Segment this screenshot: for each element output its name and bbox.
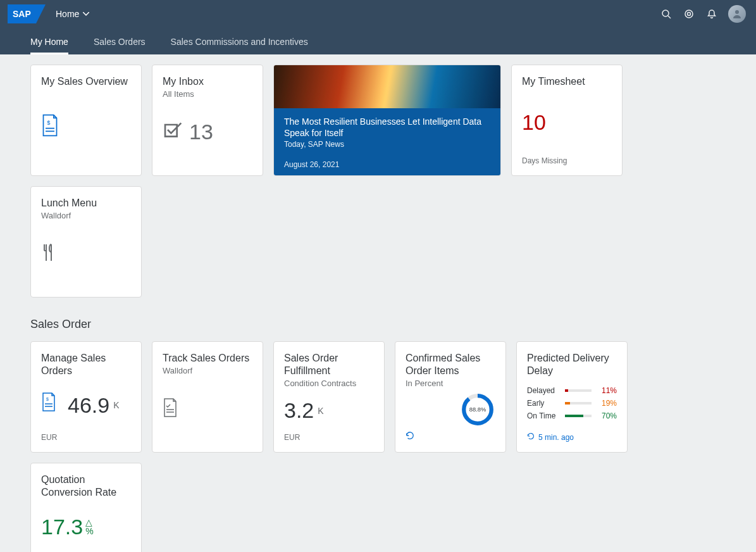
page-content: My Sales Overview $ My Inbox All Items 1…: [0, 54, 756, 552]
news-date: August 26, 2021: [284, 160, 490, 169]
search-icon[interactable]: [655, 3, 678, 25]
app-selector[interactable]: Home: [56, 9, 89, 19]
svg-text:$: $: [47, 120, 51, 126]
copilot-icon[interactable]: [678, 3, 700, 25]
tile-footer: Days Missing: [522, 156, 612, 165]
refresh-icon[interactable]: [406, 433, 414, 442]
fulfillment-value: 3.2: [284, 398, 314, 423]
logo-area: SAP Home: [0, 4, 89, 23]
checklist-icon: [163, 398, 178, 419]
tile-fulfillment[interactable]: Sales Order Fulfillment Condition Contra…: [273, 341, 385, 453]
status-row-early: Early 19%: [527, 399, 617, 408]
chevron-down-icon: [83, 12, 89, 16]
tile-quotation-rate[interactable]: Quotation Conversion Rate 17.3 △ % Curre…: [30, 463, 142, 552]
tile-sales-overview[interactable]: My Sales Overview $: [30, 65, 142, 176]
tile-title: My Sales Overview: [41, 75, 131, 88]
tile-title: Sales Order Fulfillment: [284, 352, 374, 377]
tile-title: Manage Sales Orders: [41, 352, 131, 377]
approval-icon: [163, 120, 183, 145]
tile-title: Predicted Delivery Delay: [527, 352, 617, 377]
news-headline: The Most Resilient Businesses Let Intell…: [284, 116, 490, 139]
tile-footer: EUR: [284, 433, 374, 442]
tab-my-home[interactable]: My Home: [30, 30, 68, 54]
tab-sales-orders[interactable]: Sales Orders: [94, 30, 146, 54]
tile-title: Lunch Menu: [41, 197, 131, 210]
refresh-time: 5 min. ago: [538, 433, 574, 442]
news-image: [274, 65, 500, 108]
tile-delivery-delay[interactable]: Predicted Delivery Delay Delayed 11% Ear…: [516, 341, 628, 453]
svg-point-4: [685, 10, 693, 18]
tile-title: Track Sales Orders: [163, 352, 252, 365]
sales-document-icon: $: [41, 392, 61, 418]
tile-title: Quotation Conversion Rate: [41, 474, 131, 499]
bell-icon[interactable]: [700, 3, 723, 25]
donut-label: 88.8%: [469, 406, 486, 413]
top-tile-row: My Sales Overview $ My Inbox All Items 1…: [30, 65, 726, 298]
tile-track-sales-orders[interactable]: Track Sales Orders Walldorf: [152, 341, 263, 453]
status-row-ontime: On Time 70%: [527, 411, 617, 420]
tile-news[interactable]: The Most Resilient Businesses Let Intell…: [273, 65, 501, 176]
status-row-delayed: Delayed 11%: [527, 386, 617, 395]
sales-document-icon: $: [41, 114, 61, 139]
quotation-unit: %: [85, 527, 93, 536]
tile-title: My Inbox: [163, 75, 252, 88]
donut-chart: 88.8%: [460, 392, 495, 427]
tile-title: Confirmed Sales Order Items: [406, 352, 495, 377]
shell-header: SAP Home: [0, 0, 756, 28]
tile-title: My Timesheet: [522, 75, 612, 88]
tile-timesheet[interactable]: My Timesheet 10 Days Missing: [511, 65, 623, 176]
tile-lunch[interactable]: Lunch Menu Walldorf: [30, 186, 142, 298]
tile-subtitle: Walldorf: [163, 366, 252, 375]
manage-value: 46.9: [68, 393, 109, 418]
app-selector-label: Home: [56, 9, 79, 19]
inbox-count: 13: [189, 120, 213, 144]
tab-commissions[interactable]: Sales Commissions and Incentives: [171, 30, 308, 54]
cutlery-icon: [41, 243, 56, 264]
svg-text:SAP: SAP: [13, 9, 31, 19]
nav-tabs: My Home Sales Orders Sales Commissions a…: [0, 28, 756, 54]
tile-subtitle: Condition Contracts: [284, 379, 374, 388]
section-heading-sales-order: Sales Order: [30, 318, 726, 331]
tile-subtitle: All Items: [163, 89, 252, 99]
timesheet-value: 10: [522, 110, 546, 135]
tile-confirmed-items[interactable]: Confirmed Sales Order Items In Percent 8…: [395, 341, 506, 453]
manage-unit: K: [113, 400, 119, 410]
svg-point-2: [662, 10, 669, 16]
news-source: Today, SAP News: [284, 140, 490, 149]
tile-subtitle: In Percent: [406, 379, 495, 388]
svg-line-3: [668, 16, 671, 18]
user-avatar[interactable]: [728, 5, 746, 23]
tile-subtitle: Walldorf: [41, 211, 131, 220]
status-rows: Delayed 11% Early 19% On Time 70%: [527, 386, 617, 424]
tile-manage-sales-orders[interactable]: Manage Sales Orders $ 46.9 K EUR: [30, 341, 142, 453]
fulfillment-unit: K: [318, 406, 323, 416]
quotation-value: 17.3: [41, 515, 83, 539]
tile-footer: EUR: [41, 433, 131, 442]
sales-order-tiles: Manage Sales Orders $ 46.9 K EUR Track S…: [30, 341, 726, 552]
refresh-icon[interactable]: [527, 432, 535, 442]
trend-up-icon: △: [85, 518, 93, 527]
sap-logo[interactable]: SAP: [8, 4, 46, 23]
svg-text:$: $: [46, 397, 49, 401]
tile-inbox[interactable]: My Inbox All Items 13: [152, 65, 263, 176]
svg-point-6: [735, 10, 739, 14]
svg-point-5: [688, 13, 691, 16]
news-body: The Most Resilient Businesses Let Intell…: [274, 108, 500, 175]
